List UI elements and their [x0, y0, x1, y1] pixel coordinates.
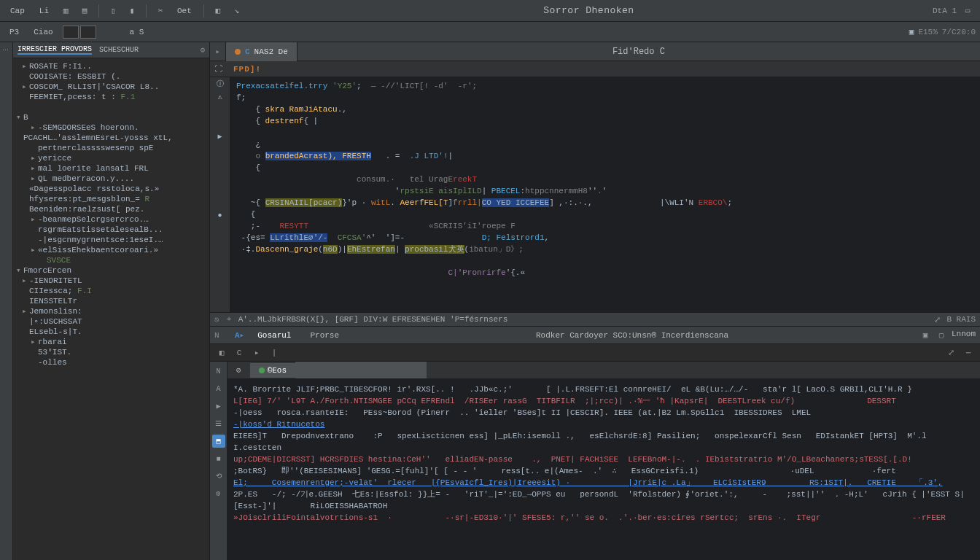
rail-button[interactable]: ▶: [212, 400, 225, 413]
gutter-marker[interactable]: [215, 262, 225, 273]
menu-item-cap[interactable]: Cap: [4, 4, 31, 18]
tree-node[interactable]: pertnerclasssswesenp spE: [15, 143, 208, 153]
gutter-marker[interactable]: [215, 223, 225, 233]
nav-back-icon[interactable]: ⎋: [214, 315, 219, 324]
tree-node[interactable]: |∘:USCHSSAT: [15, 316, 208, 327]
view-mode-a[interactable]: [63, 26, 79, 39]
structure-icon[interactable]: ⛶: [214, 64, 230, 74]
tree-node[interactable]: ELsebl-s|T.: [15, 327, 208, 337]
gutter-marker[interactable]: [215, 197, 225, 207]
tree-node[interactable]: PCACHL…'asslemnEsreL-yosss xtL,: [15, 133, 208, 143]
tree-node[interactable]: ▸rbarai: [15, 337, 208, 347]
pkg-button[interactable]: P3: [4, 26, 24, 39]
window-control-icon[interactable]: ▭: [960, 3, 976, 19]
gutter-marker[interactable]: Ⓘ: [215, 79, 225, 89]
editor-gutter[interactable]: Ⓘ⚠▶●: [210, 77, 230, 312]
tree-node[interactable]: ▾FmorcErcen: [15, 265, 208, 276]
tree-node[interactable]: ▸-SEMGDORSEeS hoeronn.: [15, 122, 208, 133]
bp-handle-icon[interactable]: N: [214, 331, 228, 340]
gutter-marker[interactable]: [215, 289, 225, 299]
code-editor[interactable]: Prexacsatelfel.trry 'Y25'; — -//'LICT[! …: [230, 77, 980, 312]
gutter-marker[interactable]: ⚠: [215, 92, 225, 102]
gear-icon[interactable]: ⚙: [200, 45, 205, 55]
close-icon[interactable]: ⊘: [236, 365, 241, 375]
tree-node[interactable]: ▸-beanmepSelcrgsercrco.…: [15, 214, 208, 225]
tree-node[interactable]: ▸COSCOM_ RLLIST|'CSACOR L8..: [15, 82, 208, 92]
bottom-tab-process[interactable]: Prorse: [304, 330, 345, 341]
bp-right-tab[interactable]: Lnnom: [952, 330, 976, 341]
bp-settings-icon[interactable]: ▣: [919, 330, 931, 341]
editor-file-tab[interactable]: C NAS2 De: [226, 42, 298, 61]
toolbar-icon-c[interactable]: ▯: [105, 3, 121, 19]
tree-node[interactable]: -|esgcnmygrnentsce:1eseI.…: [15, 235, 208, 245]
gutter-marker[interactable]: [215, 105, 225, 115]
rail-button[interactable]: ⟲: [212, 470, 225, 483]
tree-node[interactable]: ▸ROSATE F:I1..: [15, 61, 208, 71]
tree-node[interactable]: ▸QL medberracon.y....: [15, 174, 208, 184]
bp-tool-c[interactable]: ▸: [249, 346, 264, 360]
bp-minimize-icon[interactable]: ▢: [936, 330, 947, 341]
rail-button[interactable]: ■: [212, 452, 225, 465]
tree-node[interactable]: 53°IST.: [15, 347, 208, 357]
gutter-marker[interactable]: [215, 144, 225, 155]
gutter-marker[interactable]: [215, 171, 225, 181]
tree-node[interactable]: [15, 102, 208, 112]
gutter-marker[interactable]: [215, 158, 225, 168]
tree-node[interactable]: ▾B: [15, 112, 208, 122]
gutter-marker[interactable]: [215, 276, 225, 286]
pin-icon[interactable]: ⤢: [934, 315, 941, 324]
bp-run-icon[interactable]: A▸: [235, 330, 244, 340]
project-tab-a[interactable]: IRRESCIER PROVDRS: [18, 45, 92, 55]
bp-tool-a[interactable]: ◧: [214, 346, 229, 360]
rail-button[interactable]: ☰: [212, 417, 225, 430]
layout-icon[interactable]: ▣: [909, 27, 914, 36]
rail-button[interactable]: ⚙: [212, 487, 225, 500]
nav-loc-icon[interactable]: ⌖: [227, 315, 231, 324]
toolbar-icon-b[interactable]: ▤: [77, 3, 93, 19]
cut-icon[interactable]: ✂: [152, 3, 168, 19]
sub-tab-run[interactable]: ©Eos: [250, 363, 295, 378]
toolbar-icon-a[interactable]: ▥: [58, 3, 74, 19]
tree-node[interactable]: ▸mal loerite lansatl FRL: [15, 163, 208, 174]
gutter-tab-project[interactable]: ⋮: [3, 47, 10, 53]
tree-node[interactable]: ▸yericce: [15, 153, 208, 163]
tree-node[interactable]: COOISATE: ESSBIT (.: [15, 71, 208, 82]
bp-tool-b[interactable]: C: [232, 346, 246, 360]
project-tree[interactable]: ▸ROSATE F:I1.. COOISATE: ESSBIT (.▸COSCO…: [13, 58, 209, 560]
menu-item-oet[interactable]: Oet: [171, 4, 198, 18]
console-output[interactable]: *A. Brorrite JLIF;PRBC_TIBESCFOR! ir'.RX…: [228, 379, 980, 560]
status-breadcrumb[interactable]: A'..MLJbkFRBSR(X[}, [GRF] DIV:W EFRESENE…: [238, 315, 928, 324]
tree-node[interactable]: ▸-IENDRITETL: [15, 276, 208, 286]
editor-tab-handle[interactable]: ▸: [210, 42, 226, 61]
menu-item-li[interactable]: Li: [34, 4, 55, 18]
project-tab-b[interactable]: SCHESCHUR: [99, 46, 139, 54]
gutter-marker[interactable]: ●: [215, 210, 225, 220]
tree-node[interactable]: «Dagesspolacc rsstoloca,s.»: [15, 184, 208, 194]
gutter-marker[interactable]: ▶: [215, 131, 225, 141]
sub-tab-handle[interactable]: ⊘: [228, 362, 250, 378]
gutter-marker[interactable]: [215, 236, 225, 246]
gutter-marker[interactable]: [215, 118, 225, 128]
rail-button[interactable]: N: [212, 365, 225, 378]
tree-node[interactable]: hfyseres:pt_mesgsblon_= R: [15, 194, 208, 204]
view-mode-b[interactable]: [80, 26, 96, 39]
tree-node[interactable]: CIIessca; F.I: [15, 286, 208, 296]
tree-node[interactable]: IENSSTELTr: [15, 296, 208, 306]
bp-expand-icon[interactable]: ⤢: [944, 346, 958, 360]
gutter-marker[interactable]: [215, 184, 225, 194]
tree-node[interactable]: Beeniden:raelzsust[ pez.: [15, 204, 208, 214]
class-button[interactable]: Ciao: [28, 26, 58, 39]
tree-node[interactable]: -olles: [15, 357, 208, 368]
toolbar-icon-f[interactable]: ↘: [229, 3, 245, 19]
tree-node[interactable]: SVSCE: [15, 255, 208, 265]
toolbar-icon-d[interactable]: ▮: [124, 3, 140, 19]
declaration-name[interactable]: FPD]!: [233, 65, 261, 74]
tree-node[interactable]: FEEMIET,pcess: t : F.1: [15, 92, 208, 102]
tree-node[interactable]: ▸Jemonslisn:: [15, 306, 208, 316]
rail-button[interactable]: ⬒: [212, 435, 225, 448]
rail-button[interactable]: A: [212, 382, 225, 395]
bp-more-icon[interactable]: ⋯: [961, 346, 976, 360]
tree-node[interactable]: rsgrmEatstissetalesealB...: [15, 225, 208, 235]
bottom-tab-console[interactable]: Gosarul: [252, 330, 297, 341]
toolbar-icon-e[interactable]: ◧: [210, 3, 226, 19]
